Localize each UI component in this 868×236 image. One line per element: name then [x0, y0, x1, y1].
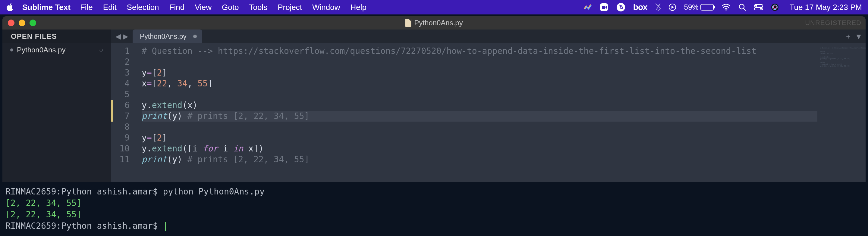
tab-active[interactable]: Python0Ans.py: [133, 30, 202, 43]
file-bullet-icon: [10, 48, 13, 52]
terminal-prompt: RINMAC2659:Python ashish.amar$: [5, 187, 163, 197]
line-number: 1: [111, 46, 134, 57]
code-line[interactable]: # Question --> https://stackoverflow.com…: [142, 46, 817, 57]
line-number: 3: [111, 67, 134, 78]
app-name-menu[interactable]: Sublime Text: [22, 3, 70, 12]
terminal-prompt: RINMAC2659:Python ashish.amar$: [5, 221, 163, 231]
editor-area: ◀ ▶ Python0Ans.py + ▼ 1234567891011 # Qu…: [111, 30, 866, 182]
tab-label: Python0Ans.py: [140, 33, 187, 41]
terminal-output: [2, 22, 34, 55]: [5, 198, 863, 209]
code-line[interactable]: print(y) # prints [2, 22, 34, 55]: [142, 154, 817, 165]
control-center-icon[interactable]: [754, 4, 763, 10]
box-logo-icon[interactable]: box: [633, 2, 647, 12]
editor-body: OPEN FILES Python0Ans.py○ ◀ ▶ Python0Ans…: [2, 30, 866, 182]
svg-point-1: [617, 3, 625, 11]
line-number: 8: [111, 122, 134, 132]
viber-icon[interactable]: [616, 3, 625, 12]
close-window-button[interactable]: [8, 20, 14, 26]
top-menu-items: FileEditSelectionFindViewGotoToolsProjec…: [80, 3, 367, 12]
svg-point-4: [725, 9, 727, 10]
menu-item-goto[interactable]: Goto: [222, 3, 239, 12]
line-number: 6: [111, 100, 134, 111]
code-line[interactable]: y.extend(x): [142, 100, 817, 111]
line-number: 2: [111, 57, 134, 67]
spotlight-search-icon[interactable]: [738, 3, 746, 11]
terminal-cursor-icon: [165, 222, 166, 231]
code-line[interactable]: [142, 89, 817, 100]
vscode-like-icon[interactable]: [583, 3, 592, 11]
nav-back-icon[interactable]: ◀: [116, 32, 121, 41]
code-line[interactable]: y=[2]: [142, 67, 817, 78]
code-line[interactable]: [142, 57, 817, 67]
code-line[interactable]: y=[2]: [142, 132, 817, 143]
line-number: 11: [111, 154, 134, 165]
terminal-output: [2, 22, 34, 55]: [5, 209, 863, 221]
terminal-panel[interactable]: RINMAC2659:Python ashish.amar$ python Py…: [2, 182, 866, 236]
battery-status[interactable]: 59%: [684, 3, 714, 11]
window-titlebar: Python0Ans.py UNREGISTERED: [2, 16, 866, 30]
tab-dirty-indicator-icon: [193, 35, 197, 38]
wifi-icon[interactable]: [721, 4, 731, 11]
code-area: 1234567891011 # Question --> https://sta…: [111, 43, 866, 182]
play-circle-icon[interactable]: [669, 3, 676, 11]
window-title: Python0Ans.py: [405, 19, 463, 27]
unregistered-label: UNREGISTERED: [805, 19, 861, 27]
svg-point-8: [755, 5, 757, 7]
svg-point-5: [739, 4, 744, 9]
zoom-window-button[interactable]: [30, 20, 36, 26]
sidebar-open-file[interactable]: Python0Ans.py○: [2, 43, 111, 57]
minimap[interactable]: # Question --> https://stackoverflow.com…: [817, 43, 866, 182]
code-line[interactable]: [142, 122, 817, 132]
code-line[interactable]: print(y) # prints [2, 22, 34, 55]: [142, 111, 817, 122]
sidebar-file-close-icon[interactable]: ○: [99, 46, 103, 54]
bluetooth-off-icon[interactable]: [655, 3, 661, 11]
menu-item-help[interactable]: Help: [350, 3, 367, 12]
status-icons-area: box 59% Tue 17 May 2:23 PM: [583, 2, 862, 12]
line-number: 7: [111, 111, 134, 122]
terminal-line: RINMAC2659:Python ashish.amar$ python Py…: [5, 186, 863, 198]
tab-dropdown-icon[interactable]: ▼: [855, 32, 863, 41]
macos-menubar: Sublime Text FileEditSelectionFindViewGo…: [0, 0, 868, 14]
line-number: 10: [111, 143, 134, 154]
menu-item-project[interactable]: Project: [278, 3, 302, 12]
menu-item-selection[interactable]: Selection: [127, 3, 159, 12]
sidebar-open-files-header: OPEN FILES: [2, 30, 111, 43]
traffic-lights: [8, 20, 36, 26]
menu-item-tools[interactable]: Tools: [249, 3, 267, 12]
line-number: 5: [111, 89, 134, 100]
apple-logo-icon[interactable]: [6, 3, 13, 11]
svg-line-6: [744, 8, 746, 10]
line-number: 4: [111, 78, 134, 89]
menu-item-find[interactable]: Find: [169, 3, 185, 12]
code-line[interactable]: x=[22, 34, 55]: [142, 78, 817, 89]
window-title-text: Python0Ans.py: [414, 19, 463, 27]
menu-item-view[interactable]: View: [195, 3, 212, 12]
terminal-line: RINMAC2659:Python ashish.amar$: [5, 221, 863, 232]
clock-datetime[interactable]: Tue 17 May 2:23 PM: [789, 3, 862, 12]
terminal-command: python Python0Ans.py: [163, 187, 265, 197]
line-number-gutter: 1234567891011: [111, 43, 134, 182]
battery-percent-label: 59%: [684, 3, 699, 11]
code-line[interactable]: y.extend([i for i in x]): [142, 143, 817, 154]
tab-history-nav[interactable]: ◀ ▶: [111, 30, 133, 43]
sidebar: OPEN FILES Python0Ans.py○: [2, 30, 111, 182]
menu-item-edit[interactable]: Edit: [103, 3, 117, 12]
line-number: 9: [111, 132, 134, 143]
code-editor[interactable]: # Question --> https://stackoverflow.com…: [134, 43, 817, 182]
new-tab-button[interactable]: +: [846, 32, 850, 41]
minimize-window-button[interactable]: [19, 20, 25, 26]
siri-icon[interactable]: [771, 3, 779, 11]
file-icon: [405, 19, 411, 27]
svg-point-10: [760, 8, 762, 10]
menu-item-window[interactable]: Window: [312, 3, 340, 12]
tab-bar: ◀ ▶ Python0Ans.py + ▼: [111, 30, 866, 43]
sidebar-file-label: Python0Ans.py: [17, 46, 65, 54]
menu-item-file[interactable]: File: [80, 3, 93, 12]
nav-forward-icon[interactable]: ▶: [123, 32, 128, 41]
zoom-icon[interactable]: [599, 3, 609, 12]
